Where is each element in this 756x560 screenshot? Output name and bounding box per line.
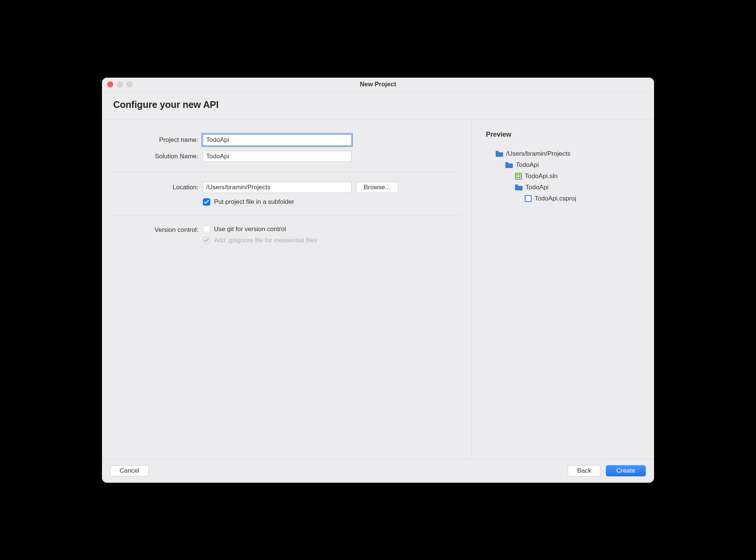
git-row: Use git for version control bbox=[203, 225, 317, 233]
folder-icon bbox=[505, 162, 513, 168]
page-title: Configure your new API bbox=[113, 99, 643, 110]
maximize-icon bbox=[127, 81, 133, 87]
solution-name-input[interactable] bbox=[203, 151, 351, 162]
tree-item-folder1: TodoApi bbox=[486, 159, 643, 171]
preview-tree: /Users/bramin/Projects TodoApi TodoApi.s… bbox=[486, 148, 643, 204]
preview-title: Preview bbox=[486, 131, 643, 139]
check-icon bbox=[204, 238, 209, 243]
location-row: Location: Browse... bbox=[113, 182, 460, 193]
window-title: New Project bbox=[360, 81, 396, 88]
sln-icon bbox=[515, 173, 522, 180]
titlebar: New Project bbox=[102, 78, 654, 92]
traffic-lights bbox=[102, 81, 133, 87]
gitignore-label: Add .gitignore file for inessential file… bbox=[214, 237, 317, 244]
minimize-icon bbox=[117, 81, 123, 87]
location-label: Location: bbox=[113, 184, 198, 191]
tree-item-sln: TodoApi.sln bbox=[486, 171, 643, 182]
subfolder-checkbox[interactable] bbox=[203, 198, 210, 206]
solution-name-row: Solution Name: bbox=[113, 151, 460, 162]
version-control-row: Version control: Use git for version con… bbox=[113, 225, 460, 244]
subfolder-row: Put project file in a subfolder bbox=[203, 198, 460, 206]
tree-label: TodoApi bbox=[526, 184, 548, 191]
footer-right: Back Create bbox=[568, 465, 646, 476]
folder-icon bbox=[496, 151, 503, 157]
tree-label: TodoApi.csproj bbox=[535, 195, 576, 202]
subfolder-label: Put project file in a subfolder bbox=[214, 198, 294, 206]
footer: Cancel Back Create bbox=[102, 459, 654, 483]
gitignore-checkbox bbox=[203, 237, 210, 244]
preview-panel: Preview /Users/bramin/Projects TodoApi bbox=[472, 119, 654, 459]
location-input[interactable] bbox=[203, 182, 351, 193]
gitignore-row: Add .gitignore file for inessential file… bbox=[203, 237, 317, 244]
tree-label: /Users/bramin/Projects bbox=[506, 150, 570, 158]
content: Project name: Solution Name: Location: B… bbox=[102, 119, 654, 459]
header: Configure your new API bbox=[102, 92, 654, 119]
main-panel: Project name: Solution Name: Location: B… bbox=[102, 119, 472, 459]
folder-icon bbox=[515, 184, 523, 190]
project-name-input[interactable] bbox=[203, 134, 351, 146]
tree-item-root: /Users/bramin/Projects bbox=[486, 148, 643, 159]
new-project-window: New Project Configure your new API Proje… bbox=[102, 78, 654, 483]
solution-name-label: Solution Name: bbox=[113, 153, 198, 160]
check-icon bbox=[204, 199, 209, 205]
project-name-label: Project name: bbox=[113, 136, 198, 144]
project-name-row: Project name: bbox=[113, 134, 460, 146]
back-button[interactable]: Back bbox=[568, 465, 601, 476]
cancel-button[interactable]: Cancel bbox=[110, 465, 149, 476]
browse-button[interactable]: Browse... bbox=[356, 182, 398, 193]
tree-label: TodoApi bbox=[516, 161, 539, 169]
tree-label: TodoApi.sln bbox=[525, 172, 558, 180]
version-control-label: Version control: bbox=[113, 225, 198, 234]
divider bbox=[113, 172, 460, 172]
tree-item-csproj: TodoApi.csproj bbox=[486, 193, 643, 204]
git-checkbox[interactable] bbox=[203, 225, 210, 233]
divider bbox=[113, 215, 460, 216]
close-icon[interactable] bbox=[107, 81, 113, 87]
csproj-icon bbox=[525, 195, 532, 202]
create-button[interactable]: Create bbox=[606, 465, 646, 476]
tree-item-folder2: TodoApi bbox=[486, 182, 643, 193]
git-label: Use git for version control bbox=[214, 225, 286, 233]
